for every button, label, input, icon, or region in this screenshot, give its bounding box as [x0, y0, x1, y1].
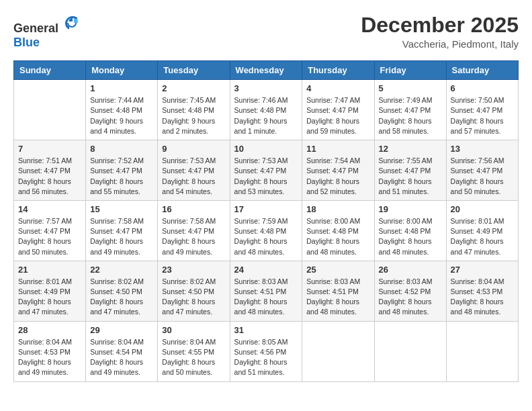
- week-row-3: 14Sunrise: 7:57 AM Sunset: 4:47 PM Dayli…: [14, 200, 519, 261]
- day-number: 15: [90, 204, 153, 214]
- day-number: 11: [306, 144, 369, 154]
- day-number: 20: [451, 204, 514, 214]
- logo-icon: [63, 13, 82, 32]
- location-title: Vaccheria, Piedmont, Italy: [361, 38, 519, 50]
- day-info: Sunrise: 7:53 AM Sunset: 4:47 PM Dayligh…: [234, 156, 298, 197]
- day-number: 29: [90, 325, 153, 335]
- day-cell: 19Sunrise: 8:00 AM Sunset: 4:48 PM Dayli…: [374, 200, 446, 261]
- day-info: Sunrise: 7:44 AM Sunset: 4:48 PM Dayligh…: [90, 95, 153, 136]
- day-cell: 24Sunrise: 8:03 AM Sunset: 4:51 PM Dayli…: [230, 261, 302, 321]
- day-info: Sunrise: 7:56 AM Sunset: 4:47 PM Dayligh…: [451, 156, 514, 197]
- day-cell: 4Sunrise: 7:47 AM Sunset: 4:47 PM Daylig…: [302, 80, 374, 140]
- logo-general: General: [13, 21, 58, 35]
- day-number: 8: [90, 144, 153, 154]
- day-number: 27: [451, 265, 514, 275]
- day-info: Sunrise: 8:03 AM Sunset: 4:52 PM Dayligh…: [379, 277, 442, 318]
- day-info: Sunrise: 7:53 AM Sunset: 4:47 PM Dayligh…: [162, 156, 225, 197]
- day-cell: 1Sunrise: 7:44 AM Sunset: 4:48 PM Daylig…: [86, 80, 158, 140]
- day-info: Sunrise: 8:02 AM Sunset: 4:50 PM Dayligh…: [90, 277, 153, 318]
- day-cell: 29Sunrise: 8:04 AM Sunset: 4:54 PM Dayli…: [86, 321, 158, 381]
- day-cell: 11Sunrise: 7:54 AM Sunset: 4:47 PM Dayli…: [302, 140, 374, 201]
- day-cell: 12Sunrise: 7:55 AM Sunset: 4:47 PM Dayli…: [374, 140, 446, 201]
- header-sunday: Sunday: [14, 61, 86, 80]
- day-cell: 30Sunrise: 8:04 AM Sunset: 4:55 PM Dayli…: [158, 321, 230, 381]
- day-cell: [446, 321, 518, 381]
- day-cell: 25Sunrise: 8:03 AM Sunset: 4:51 PM Dayli…: [302, 261, 374, 321]
- header-monday: Monday: [86, 61, 158, 80]
- day-cell: [374, 321, 446, 381]
- logo-text: General Blue: [13, 13, 82, 50]
- day-number: 2: [162, 83, 225, 93]
- day-info: Sunrise: 8:00 AM Sunset: 4:48 PM Dayligh…: [379, 216, 442, 257]
- day-number: 26: [379, 265, 442, 275]
- logo-blue: Blue: [13, 36, 40, 49]
- day-number: 3: [234, 83, 298, 93]
- day-info: Sunrise: 8:04 AM Sunset: 4:54 PM Dayligh…: [90, 337, 153, 378]
- day-info: Sunrise: 8:01 AM Sunset: 4:49 PM Dayligh…: [18, 277, 81, 318]
- day-number: 9: [162, 144, 225, 154]
- day-cell: 8Sunrise: 7:52 AM Sunset: 4:47 PM Daylig…: [86, 140, 158, 201]
- day-cell: 17Sunrise: 7:59 AM Sunset: 4:48 PM Dayli…: [230, 200, 302, 261]
- day-number: 19: [379, 204, 442, 214]
- day-info: Sunrise: 7:50 AM Sunset: 4:47 PM Dayligh…: [451, 95, 514, 136]
- day-number: 23: [162, 265, 225, 275]
- day-cell: 28Sunrise: 8:04 AM Sunset: 4:53 PM Dayli…: [14, 321, 86, 381]
- day-cell: 13Sunrise: 7:56 AM Sunset: 4:47 PM Dayli…: [446, 140, 518, 201]
- day-cell: 23Sunrise: 8:02 AM Sunset: 4:50 PM Dayli…: [158, 261, 230, 321]
- day-number: 30: [162, 325, 225, 335]
- day-cell: 10Sunrise: 7:53 AM Sunset: 4:47 PM Dayli…: [230, 140, 302, 201]
- day-cell: 14Sunrise: 7:57 AM Sunset: 4:47 PM Dayli…: [14, 200, 86, 261]
- calendar-table: SundayMondayTuesdayWednesdayThursdayFrid…: [13, 60, 519, 381]
- day-number: 5: [379, 83, 442, 93]
- day-info: Sunrise: 7:51 AM Sunset: 4:47 PM Dayligh…: [18, 156, 81, 197]
- day-info: Sunrise: 7:45 AM Sunset: 4:48 PM Dayligh…: [162, 95, 225, 136]
- day-cell: 21Sunrise: 8:01 AM Sunset: 4:49 PM Dayli…: [14, 261, 86, 321]
- day-cell: 22Sunrise: 8:02 AM Sunset: 4:50 PM Dayli…: [86, 261, 158, 321]
- day-number: 31: [234, 325, 298, 335]
- day-info: Sunrise: 7:59 AM Sunset: 4:48 PM Dayligh…: [234, 216, 298, 257]
- day-info: Sunrise: 8:00 AM Sunset: 4:48 PM Dayligh…: [306, 216, 369, 257]
- day-number: 17: [234, 204, 298, 214]
- day-cell: 26Sunrise: 8:03 AM Sunset: 4:52 PM Dayli…: [374, 261, 446, 321]
- day-cell: 16Sunrise: 7:58 AM Sunset: 4:47 PM Dayli…: [158, 200, 230, 261]
- week-row-4: 21Sunrise: 8:01 AM Sunset: 4:49 PM Dayli…: [14, 261, 519, 321]
- day-info: Sunrise: 8:05 AM Sunset: 4:56 PM Dayligh…: [234, 337, 298, 378]
- title-block: December 2025 Vaccheria, Piedmont, Italy: [361, 13, 519, 50]
- header-thursday: Thursday: [302, 61, 374, 80]
- header-friday: Friday: [374, 61, 446, 80]
- day-info: Sunrise: 8:04 AM Sunset: 4:55 PM Dayligh…: [162, 337, 225, 378]
- day-number: 16: [162, 204, 225, 214]
- day-cell: 9Sunrise: 7:53 AM Sunset: 4:47 PM Daylig…: [158, 140, 230, 201]
- day-number: 1: [90, 83, 153, 93]
- day-info: Sunrise: 7:46 AM Sunset: 4:48 PM Dayligh…: [234, 95, 298, 136]
- day-cell: 2Sunrise: 7:45 AM Sunset: 4:48 PM Daylig…: [158, 80, 230, 140]
- day-info: Sunrise: 7:55 AM Sunset: 4:47 PM Dayligh…: [379, 156, 442, 197]
- day-number: 24: [234, 265, 298, 275]
- day-cell: 7Sunrise: 7:51 AM Sunset: 4:47 PM Daylig…: [14, 140, 86, 201]
- header-wednesday: Wednesday: [230, 61, 302, 80]
- day-number: 14: [18, 204, 81, 214]
- day-number: 10: [234, 144, 298, 154]
- day-info: Sunrise: 7:47 AM Sunset: 4:47 PM Dayligh…: [306, 95, 369, 136]
- day-info: Sunrise: 7:57 AM Sunset: 4:47 PM Dayligh…: [18, 216, 81, 257]
- header-tuesday: Tuesday: [158, 61, 230, 80]
- week-row-5: 28Sunrise: 8:04 AM Sunset: 4:53 PM Dayli…: [14, 321, 519, 381]
- day-info: Sunrise: 7:49 AM Sunset: 4:47 PM Dayligh…: [379, 95, 442, 136]
- day-number: 4: [306, 83, 369, 93]
- month-title: December 2025: [361, 13, 519, 37]
- day-cell: 27Sunrise: 8:04 AM Sunset: 4:53 PM Dayli…: [446, 261, 518, 321]
- header-row: SundayMondayTuesdayWednesdayThursdayFrid…: [14, 61, 519, 80]
- day-number: 22: [90, 265, 153, 275]
- day-number: 18: [306, 204, 369, 214]
- page-header: General Blue December 2025 Vaccheria, Pi…: [13, 13, 519, 50]
- day-cell: [302, 321, 374, 381]
- day-info: Sunrise: 8:04 AM Sunset: 4:53 PM Dayligh…: [451, 277, 514, 318]
- day-info: Sunrise: 8:03 AM Sunset: 4:51 PM Dayligh…: [306, 277, 369, 318]
- day-number: 21: [18, 265, 81, 275]
- day-cell: 6Sunrise: 7:50 AM Sunset: 4:47 PM Daylig…: [446, 80, 518, 140]
- day-number: 13: [451, 144, 514, 154]
- day-cell: 5Sunrise: 7:49 AM Sunset: 4:47 PM Daylig…: [374, 80, 446, 140]
- day-info: Sunrise: 7:52 AM Sunset: 4:47 PM Dayligh…: [90, 156, 153, 197]
- day-cell: 18Sunrise: 8:00 AM Sunset: 4:48 PM Dayli…: [302, 200, 374, 261]
- day-cell: 31Sunrise: 8:05 AM Sunset: 4:56 PM Dayli…: [230, 321, 302, 381]
